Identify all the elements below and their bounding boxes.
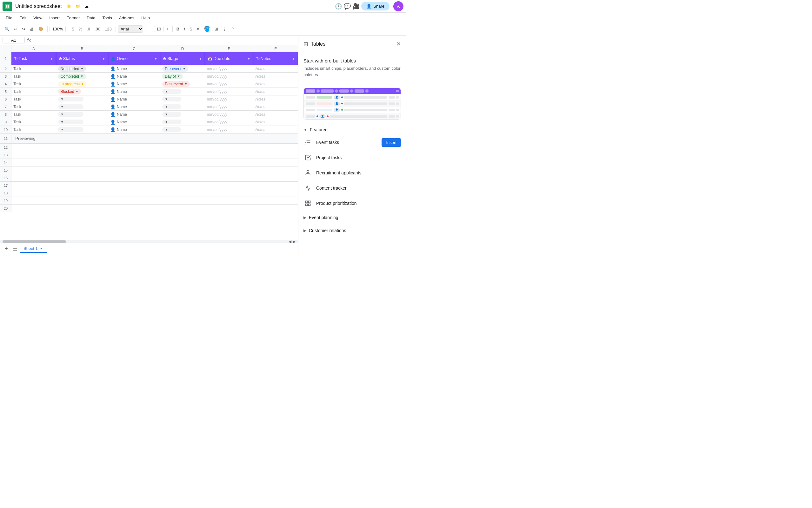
formula-input[interactable] — [33, 38, 296, 42]
col-header-f[interactable]: F — [253, 45, 298, 52]
row-5-num: 5 — [0, 88, 11, 95]
r4-stage[interactable]: Post-event ▼ — [160, 80, 205, 88]
r3-task[interactable]: Task — [11, 73, 56, 80]
sheet-tab-dropdown-icon[interactable]: ▼ — [40, 247, 43, 250]
col-header-d[interactable]: D — [160, 45, 205, 52]
zoom-display[interactable]: 100% — [49, 26, 66, 32]
menu-help[interactable]: Help — [138, 14, 153, 22]
borders-button[interactable]: ⊞ — [213, 26, 220, 33]
font-size-display[interactable]: 10 — [154, 26, 163, 32]
menu-edit[interactable]: Edit — [16, 14, 30, 22]
menu-addons[interactable]: Add-ons — [116, 14, 138, 22]
menu-tools[interactable]: Tools — [99, 14, 115, 22]
r4-duedate[interactable]: mm/dd/yyyy — [205, 80, 253, 88]
r3-owner[interactable]: 👤 Name — [108, 73, 160, 80]
stage-sort-icon[interactable]: ▼ — [199, 57, 202, 60]
r5-duedate[interactable]: mm/dd/yyyy — [205, 88, 253, 95]
font-select[interactable]: Arial — [118, 26, 143, 33]
fill-color-button[interactable]: 🪣 — [202, 25, 212, 33]
r5-stage[interactable]: ▼ — [160, 88, 205, 95]
table-row: 2 Task Not started ▼ 👤 Name Pre-event ▼ … — [0, 65, 298, 73]
event-planning-section[interactable]: ▶ Event planning — [304, 211, 401, 224]
r2-notes[interactable]: Notes — [253, 65, 298, 73]
search-button[interactable]: 🔍 — [3, 26, 11, 33]
comment-icon[interactable]: 💬 — [344, 3, 351, 10]
r4-status[interactable]: In progress ▼ — [56, 80, 108, 88]
col-header-a[interactable]: A — [11, 45, 56, 52]
r3-status[interactable]: Completed ▼ — [56, 73, 108, 80]
event-tasks-insert-button[interactable]: Insert — [382, 138, 401, 147]
star-icon[interactable]: ⭐ — [65, 3, 73, 10]
duedate-sort-icon[interactable]: ▼ — [247, 57, 250, 60]
share-button[interactable]: 👤 Insert Share — [361, 2, 389, 10]
r5-status[interactable]: Blocked ▼ — [56, 88, 108, 95]
customer-relations-section[interactable]: ▶ Customer relations — [304, 224, 401, 237]
menu-format[interactable]: Format — [64, 14, 83, 22]
cloud-icon[interactable]: ☁ — [83, 3, 90, 10]
r2-owner[interactable]: 👤 Name — [108, 65, 160, 73]
undo-button[interactable]: ↩ — [12, 26, 20, 33]
notes-sort-icon[interactable]: ▼ — [292, 57, 295, 60]
r5-owner[interactable]: 👤 Name — [108, 88, 160, 95]
task-col-header[interactable]: Tᵣ Task ▼ — [11, 52, 56, 65]
text-color-button[interactable]: A — [195, 26, 202, 33]
scrollbar-thumb[interactable] — [3, 240, 66, 243]
r2-stage[interactable]: Pre-event ▼ — [160, 65, 205, 73]
sheets-menu-button[interactable]: ☰ — [13, 246, 17, 252]
history-icon[interactable]: 🕐 — [335, 3, 342, 10]
redo-button[interactable]: ↪ — [20, 26, 27, 33]
r3-notes[interactable]: Notes — [253, 73, 298, 80]
sheet-tab-1[interactable]: Sheet 1 ▼ — [20, 245, 47, 253]
strikethrough-button[interactable]: S — [188, 26, 194, 33]
r5-task[interactable]: Task — [11, 88, 56, 95]
currency-button[interactable]: $ — [70, 26, 76, 33]
table-row: 18 — [0, 189, 298, 197]
font-size-decrease[interactable]: − — [147, 26, 154, 33]
collapse-toolbar-button[interactable]: ⌃ — [229, 26, 236, 33]
decimal-decrease-button[interactable]: .0 — [85, 26, 92, 33]
col-header-b[interactable]: B — [56, 45, 108, 52]
more-options-button[interactable]: ⋮ — [221, 26, 229, 33]
status-sort-icon[interactable]: ▼ — [102, 57, 105, 60]
r2-task[interactable]: Task — [11, 65, 56, 73]
task-sort-icon[interactable]: ▼ — [50, 57, 53, 60]
r4-task[interactable]: Task — [11, 80, 56, 88]
duedate-col-header[interactable]: 📅 Due date ▼ — [205, 52, 253, 65]
menu-view[interactable]: View — [30, 14, 45, 22]
menu-data[interactable]: Data — [83, 14, 99, 22]
featured-header[interactable]: ▼ Featured — [304, 125, 401, 135]
italic-button[interactable]: I — [182, 26, 187, 33]
menu-file[interactable]: File — [3, 14, 15, 22]
r4-notes[interactable]: Notes — [253, 80, 298, 88]
number-format-button[interactable]: 123 — [103, 26, 114, 33]
print-button[interactable]: 🖨 — [28, 26, 36, 33]
close-panel-button[interactable]: ✕ — [396, 41, 401, 48]
r4-owner[interactable]: 👤 Name — [108, 80, 160, 88]
folder-icon[interactable]: 📁 — [74, 3, 82, 10]
status-col-header[interactable]: ⊙ Status ▼ — [56, 52, 108, 65]
r5-notes[interactable]: Notes — [253, 88, 298, 95]
horizontal-scrollbar[interactable]: ◀ ▶ — [0, 240, 298, 243]
avatar[interactable]: A — [393, 1, 403, 11]
col-header-c[interactable]: C — [108, 45, 160, 52]
bold-button[interactable]: B — [175, 26, 181, 33]
owner-sort-icon[interactable]: ▼ — [154, 57, 157, 60]
r3-duedate[interactable]: mm/dd/yyyy — [205, 73, 253, 80]
cell-reference[interactable] — [3, 37, 25, 43]
svg-rect-5 — [6, 7, 7, 8]
r2-status[interactable]: Not started ▼ — [56, 65, 108, 73]
owner-col-header[interactable]: 👤 Owner ▼ — [108, 52, 160, 65]
video-icon[interactable]: 🎥 — [352, 3, 360, 10]
r3-stage[interactable]: Day of ▼ — [160, 73, 205, 80]
decimal-increase-button[interactable]: .00 — [93, 26, 102, 33]
add-sheet-button[interactable]: + — [3, 245, 10, 252]
stage-col-header[interactable]: ⊙ Stage ▼ — [160, 52, 205, 65]
notes-col-header[interactable]: Tᵣ Notes ▼ — [253, 52, 298, 65]
font-size-increase[interactable]: + — [164, 26, 170, 33]
r2-duedate[interactable]: mm/dd/yyyy — [205, 65, 253, 73]
col-header-e[interactable]: E — [205, 45, 253, 52]
percent-button[interactable]: % — [77, 26, 84, 33]
menu-insert[interactable]: Insert — [46, 14, 63, 22]
paint-format-button[interactable]: 🎨 — [37, 26, 45, 33]
panel-intro-title: Start with pre-built tables — [304, 58, 401, 64]
